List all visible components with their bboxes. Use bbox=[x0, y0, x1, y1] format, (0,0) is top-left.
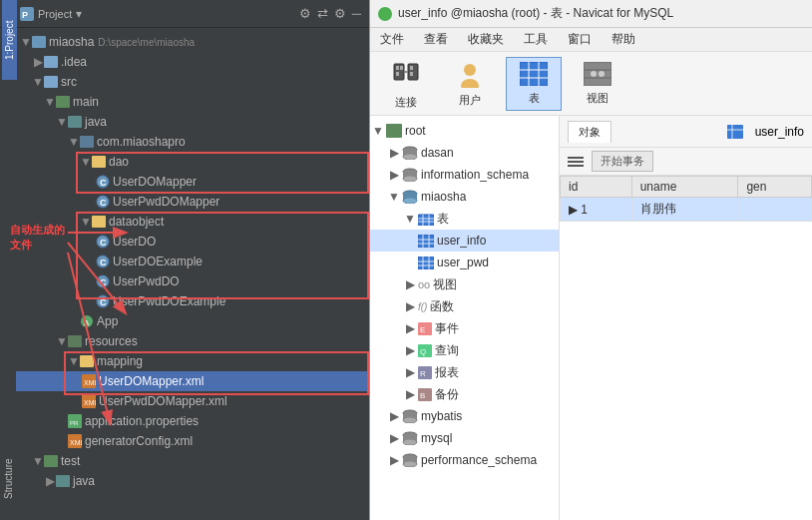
cell-gen bbox=[738, 198, 812, 222]
tree-item-dataobject[interactable]: ▼ dataobject bbox=[16, 212, 369, 232]
table-label: 表 bbox=[529, 91, 540, 106]
dao-group: ▼ dao C UserDOMapper C bbox=[16, 152, 369, 212]
project-icon: P bbox=[20, 7, 34, 21]
tree-item-UserPwdDOMapper[interactable]: C UserPwdDOMapper bbox=[16, 192, 369, 212]
folder-icon bbox=[68, 335, 82, 347]
db-item-dasan[interactable]: ▶ dasan bbox=[370, 142, 559, 164]
svg-rect-35 bbox=[410, 66, 413, 70]
tree-item-main[interactable]: ▼ main bbox=[16, 92, 369, 112]
navicat-toolbar: 连接 用户 表 bbox=[370, 52, 812, 116]
tree-item-UserDOMapper-xml[interactable]: XML UserDOMapper.xml bbox=[16, 371, 369, 391]
view-label: 视图 bbox=[587, 91, 609, 106]
svg-rect-36 bbox=[410, 72, 413, 76]
tree-item-UserPwdDO[interactable]: C UserPwdDO bbox=[16, 271, 369, 291]
java-class-icon: C bbox=[96, 255, 110, 268]
tree-item-UserPwdDOExample[interactable]: C UserPwdDOExample bbox=[16, 291, 369, 311]
tree-item-UserDOMapper[interactable]: C UserDOMapper bbox=[16, 172, 369, 192]
tree-item-test-java[interactable]: ▶ java bbox=[16, 471, 369, 491]
db-item-events[interactable]: ▶ E 事件 bbox=[370, 317, 559, 339]
table-row[interactable]: ▶ 1 肖朋伟 bbox=[561, 198, 812, 222]
menu-view[interactable]: 查看 bbox=[420, 31, 452, 48]
menu-tools[interactable]: 工具 bbox=[520, 31, 552, 48]
col-uname[interactable]: uname bbox=[631, 177, 738, 198]
tree-item-java[interactable]: ▼ java bbox=[16, 112, 369, 132]
tree-item-UserPwdDOMapper-xml[interactable]: XML UserPwdDOMapper.xml bbox=[16, 391, 369, 411]
col-gen[interactable]: gen bbox=[738, 177, 812, 198]
db-item-user-info[interactable]: user_info bbox=[370, 230, 559, 252]
tree-item-src[interactable]: ▼ src bbox=[16, 72, 369, 92]
menu-file[interactable]: 文件 bbox=[376, 31, 408, 48]
java-class-icon: C bbox=[96, 175, 110, 189]
folder-icon bbox=[80, 355, 94, 367]
svg-text:R: R bbox=[420, 369, 426, 378]
toolbar-table[interactable]: 表 bbox=[506, 57, 562, 111]
db-item-functions[interactable]: ▶ f() 函数 bbox=[370, 295, 559, 317]
expand-arrow: ▼ bbox=[32, 75, 44, 89]
tree-item-test[interactable]: ▼ test bbox=[16, 451, 369, 471]
db-item-performance-schema[interactable]: ▶ performance_schema bbox=[370, 449, 559, 471]
expand-arrow: ▼ bbox=[44, 95, 56, 109]
tree-item-application-props[interactable]: PR application.properties bbox=[16, 411, 369, 431]
structure-tab[interactable]: Structure bbox=[2, 449, 15, 509]
menu-favorites[interactable]: 收藏夹 bbox=[464, 31, 508, 48]
db-item-queries[interactable]: ▶ Q 查询 bbox=[370, 339, 559, 361]
svg-point-56 bbox=[403, 176, 417, 182]
expand-arrow: ▼ bbox=[80, 215, 92, 229]
java-class-icon: C bbox=[96, 294, 110, 308]
db-tree-root[interactable]: ▼ root bbox=[370, 120, 559, 142]
tree-item-idea[interactable]: ▶ .idea bbox=[16, 52, 369, 72]
right-content-panel: 对象 user_info 开始事务 bbox=[560, 116, 812, 520]
expand-arrow: ▼ bbox=[80, 155, 92, 169]
toolbar-view[interactable]: 视图 bbox=[570, 57, 625, 111]
db-item-backup[interactable]: ▶ B 备份 bbox=[370, 383, 559, 405]
toolbar-user[interactable]: 用户 bbox=[442, 57, 498, 111]
db-item-mybatis[interactable]: ▶ mybatis bbox=[370, 405, 559, 427]
tree-item-App[interactable]: A App bbox=[16, 311, 369, 331]
tree-item-UserDO[interactable]: C UserDO bbox=[16, 232, 369, 252]
toolbar-connect[interactable]: 连接 bbox=[378, 57, 434, 111]
svg-text:Q: Q bbox=[420, 347, 426, 356]
db-item-views[interactable]: ▶ oo 视图 bbox=[370, 273, 559, 295]
sync-icon[interactable]: ⇄ bbox=[317, 6, 328, 21]
db-item-miaosha[interactable]: ▼ miaosha bbox=[370, 186, 559, 208]
db-item-tables-folder[interactable]: ▼ 表 bbox=[370, 208, 559, 230]
col-id[interactable]: id bbox=[561, 177, 632, 198]
db-tree: ▼ root ▶ dasan ▶ bbox=[370, 116, 560, 520]
svg-rect-45 bbox=[584, 62, 611, 86]
java-class-icon: C bbox=[96, 274, 110, 288]
start-transaction-btn[interactable]: 开始事务 bbox=[592, 151, 653, 172]
tree-item-com[interactable]: ▼ com.miaoshapro bbox=[16, 132, 369, 152]
nav-status-dot bbox=[378, 7, 392, 21]
props-icon: PR bbox=[68, 414, 82, 428]
table-header-row: id uname gen bbox=[561, 177, 812, 198]
svg-text:E: E bbox=[420, 325, 425, 334]
db-item-user-pwd[interactable]: user_pwd bbox=[370, 252, 559, 273]
tree-item-mapping[interactable]: ▼ mapping bbox=[16, 351, 369, 371]
navicat-main: ▼ root ▶ dasan ▶ bbox=[370, 116, 812, 520]
menu-help[interactable]: 帮助 bbox=[608, 31, 639, 48]
db-icon bbox=[402, 190, 418, 204]
db-item-information-schema[interactable]: ▶ information_schema bbox=[370, 164, 559, 186]
minimize-icon[interactable]: ─ bbox=[352, 6, 361, 21]
db-item-reports[interactable]: ▶ R 报表 bbox=[370, 361, 559, 383]
tree-item-dao[interactable]: ▼ dao bbox=[16, 152, 369, 172]
objects-tab[interactable]: 对象 bbox=[568, 121, 611, 143]
java-class-icon: C bbox=[96, 235, 110, 249]
svg-text:PR: PR bbox=[70, 420, 79, 426]
settings-icon[interactable]: ⚙ bbox=[334, 6, 346, 21]
svg-text:P: P bbox=[22, 10, 28, 20]
tree-item-generatorConfig[interactable]: XML generatorConfig.xml bbox=[16, 431, 369, 451]
table-small-icon bbox=[727, 125, 743, 139]
svg-rect-70 bbox=[418, 257, 434, 269]
db-item-mysql[interactable]: ▶ mysql bbox=[370, 427, 559, 449]
action-bar: 开始事务 bbox=[560, 148, 812, 176]
gear-icon[interactable]: ⚙ bbox=[299, 6, 311, 21]
tree-item-UserDOExample[interactable]: C UserDOExample bbox=[16, 252, 369, 271]
tree-item-resources[interactable]: ▼ resources bbox=[16, 331, 369, 351]
tree-item-miaosha[interactable]: ▼ miaosha D:\space\me\miaosha bbox=[16, 32, 369, 52]
annotation-label: 自动生成的文件 bbox=[10, 223, 65, 254]
ide-toolbar-icons: ⚙ ⇄ ⚙ ─ bbox=[299, 6, 361, 21]
user-label: 用户 bbox=[459, 93, 481, 108]
svg-point-91 bbox=[403, 461, 417, 467]
menu-window[interactable]: 窗口 bbox=[564, 31, 596, 48]
